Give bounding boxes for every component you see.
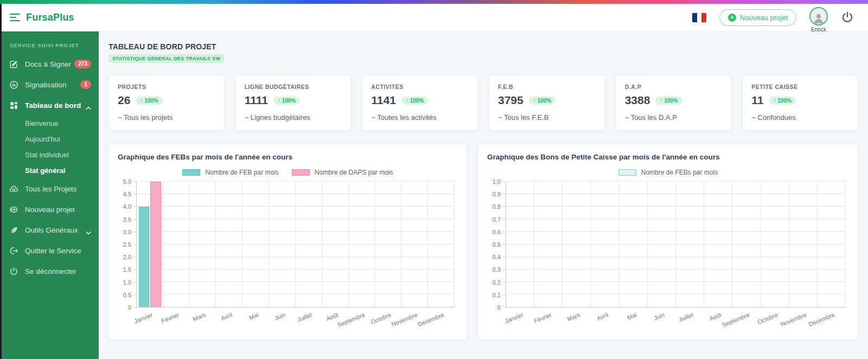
gridline-vertical xyxy=(295,182,296,307)
cloud-search-icon xyxy=(9,184,18,194)
stat-card-value: 11 xyxy=(751,94,763,107)
language-flag-icon[interactable] xyxy=(692,13,706,22)
stat-card-subtitle: ~ Tous les D.A.P xyxy=(625,113,723,121)
gridline-vertical xyxy=(215,182,216,307)
gridline-vertical xyxy=(163,182,163,307)
new-project-button[interactable]: + Nouveau projet xyxy=(719,9,796,26)
plus-icon: + xyxy=(728,14,736,22)
stat-card-label: ACTIVITÉS xyxy=(371,84,469,90)
legend-label: Nombre de DAPS par mois xyxy=(315,169,393,176)
power-icon xyxy=(9,267,18,276)
x-tick-label: Novembre xyxy=(779,311,807,328)
legend-item-nombre-de-feb-par-mois[interactable]: Nombre de FEB par mois xyxy=(182,169,278,176)
up-arrow-icon: ↑ xyxy=(533,98,538,104)
chart-legend: Nombre de FEBs par mois xyxy=(487,169,849,176)
sidebar-item-se-deconnecter[interactable]: Se déconnecter xyxy=(0,261,99,281)
stat-card-value: 26 xyxy=(118,94,130,107)
power-icon[interactable] xyxy=(841,11,854,24)
plus-circle-icon xyxy=(9,205,18,214)
sidebar-item-label: Docs à Signer xyxy=(25,60,71,68)
stat-card-projets: PROJETS26↑ 100%~ Tous les projets xyxy=(108,75,225,131)
sidebar-item-outils-generaux[interactable]: Outils Généraux xyxy=(0,220,99,240)
y-tick-label: 0.1 xyxy=(493,292,501,298)
gridline-horizontal xyxy=(137,231,455,232)
petite-caisse-chart-card: Graphique des Bons de Petite Caisse par … xyxy=(478,144,858,340)
legend-label: Nombre de FEBs par mois xyxy=(641,169,718,176)
avatar xyxy=(809,7,828,25)
x-tick-label: Juillet xyxy=(678,311,694,323)
x-tick-label: Mars xyxy=(566,311,580,322)
gridline-horizontal xyxy=(506,281,846,282)
sidebar-item-tous-les-projets[interactable]: Tous les Projets xyxy=(0,178,99,199)
x-tick-label: Avril xyxy=(220,311,233,322)
gridline-vertical xyxy=(647,182,648,307)
gridline-vertical xyxy=(454,182,455,307)
gridline-vertical xyxy=(817,182,818,307)
x-tick-label: Février xyxy=(533,311,552,324)
x-tick-label: Décembre xyxy=(417,311,445,328)
y-tick-label: 1.0 xyxy=(123,279,131,286)
chevron-down-icon xyxy=(86,228,91,232)
sidebar-item-tableau-de-bord[interactable]: Tableau de bord xyxy=(0,95,99,116)
stat-card-value-row: 1141↑ 100% xyxy=(371,94,469,107)
chart-plot-area: 00.51.01.52.02.53.03.54.04.55.0 xyxy=(118,182,455,307)
stat-card-value-row: 11↑ 100% xyxy=(751,94,849,107)
legend-item-nombre-de-febs-par-mois[interactable]: Nombre de FEBs par mois xyxy=(618,169,718,176)
sidebar-item-nouveau-projet[interactable]: Nouveau projet xyxy=(0,199,99,220)
stat-card-subtitle: ~ Lignes budgétaires xyxy=(245,113,342,121)
x-axis-labels: JanvierFévrierMarsAvrilMaiJuinJuilletAoû… xyxy=(137,307,455,332)
y-tick-label: 3.0 xyxy=(123,229,131,235)
app-logo[interactable]: FursaPlus xyxy=(26,12,74,23)
notification-badge: 273 xyxy=(74,60,91,68)
y-tick-label: 0 xyxy=(497,304,501,311)
sidebar-item-signalisation[interactable]: Signalisation1 xyxy=(0,74,99,95)
stat-card-label: LIGNE BUDGÉTAIRES xyxy=(245,84,342,90)
y-tick-label: 0.4 xyxy=(493,254,501,260)
sidebar-section-label: SERVICE SUIVI PROJET xyxy=(0,42,99,48)
chevron-up-icon xyxy=(86,104,91,107)
sidebar-item-docs-a-signer[interactable]: Docs à Signer273 xyxy=(0,54,99,74)
x-tick-label: Novembre xyxy=(391,311,419,328)
sidebar-item-stat-general[interactable]: Stat général xyxy=(0,163,99,178)
x-tick-label: Mars xyxy=(192,311,207,322)
sidebar-item-bienvenue[interactable]: Bienvenue xyxy=(0,116,99,131)
gridline-vertical xyxy=(269,182,269,307)
dashboard-icon xyxy=(9,101,18,110)
plot-grid xyxy=(136,182,455,307)
chart-title: Graphique des FEBs par mois de l'année e… xyxy=(118,153,458,161)
sidebar-item-label: Signalisation xyxy=(25,81,67,89)
stat-card-value: 1111 xyxy=(245,94,268,107)
delta-value: 100% xyxy=(664,98,678,104)
stat-card-value-row: 3388↑ 100% xyxy=(625,94,723,107)
delta-badge: ↑ 100% xyxy=(655,97,682,105)
sidebar-item-label: Tableau de bord xyxy=(25,101,81,110)
y-tick-label: 0.6 xyxy=(493,229,501,235)
x-tick-label: Décembre xyxy=(807,311,835,328)
sidebar-item-quitter-le-service[interactable]: Quitter le Service xyxy=(0,240,99,261)
page-title: TABLEAU DE BORD PROJET xyxy=(108,42,858,51)
gridline-vertical xyxy=(374,182,375,307)
menu-toggle-icon[interactable] xyxy=(10,14,21,21)
stat-card-value-row: 26↑ 100% xyxy=(118,94,215,107)
gridline-vertical xyxy=(401,182,401,307)
window-left-edge xyxy=(0,4,2,359)
gridline-vertical xyxy=(348,182,349,307)
x-tick-label: Janvier xyxy=(133,311,154,324)
up-arrow-icon: ↑ xyxy=(140,98,144,104)
gridline-horizontal xyxy=(137,269,455,270)
y-tick-label: 4.5 xyxy=(123,191,131,197)
sidebar-item-label: Tous les Projets xyxy=(25,185,76,193)
user-menu[interactable]: Enock xyxy=(809,7,828,33)
y-tick-label: 4.0 xyxy=(123,203,131,210)
gridline-vertical xyxy=(704,182,704,307)
gridline-horizontal xyxy=(506,194,846,194)
sidebar-item-stat-individuel[interactable]: Stat individuel xyxy=(0,147,99,163)
sidebar-item-aujourd-hui[interactable]: Aujourd'hui xyxy=(0,131,99,147)
stat-card-activites: ACTIVITÉS1141↑ 100%~ Toutes les activité… xyxy=(362,75,478,131)
gridline-vertical xyxy=(534,182,534,307)
stat-card-d-a-p: D.A.P3388↑ 100%~ Tous les D.A.P xyxy=(616,75,732,131)
delta-badge: ↑ 100% xyxy=(769,97,796,105)
legend-item-nombre-de-daps-par-mois[interactable]: Nombre de DAPS par mois xyxy=(292,169,393,176)
x-tick-label: Février xyxy=(161,311,180,324)
gridline-horizontal xyxy=(506,231,846,232)
